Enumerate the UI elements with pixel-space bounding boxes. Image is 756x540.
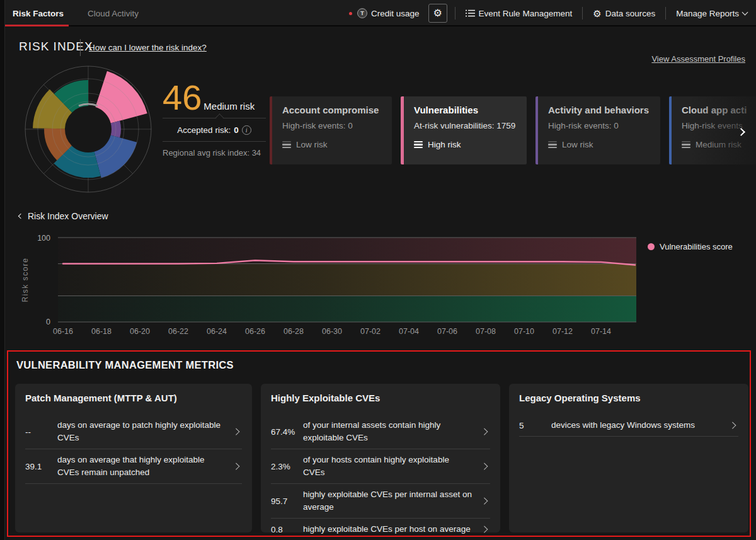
data-sources-button[interactable]: ⚙ Data sources (590, 9, 658, 18)
risk-score-line-chart: 010006-1606-1806-2006-2206-2406-2606-280… (0, 232, 756, 342)
gear-icon: ⚙ (593, 9, 601, 18)
risk-bars-icon (548, 141, 557, 149)
risk-index-overview-link[interactable]: Risk Index Overview (19, 211, 108, 221)
metric-value: 2.3% (271, 462, 303, 471)
topbar-separator (665, 7, 666, 20)
event-rule-label: Event Rule Management (479, 9, 573, 18)
metric-description: days on average that highly exploitable … (57, 454, 234, 479)
metric-row-mttp[interactable]: -- days on average to patch highly explo… (25, 415, 242, 449)
svg-text:06-26: 06-26 (245, 327, 265, 336)
svg-text:0: 0 (46, 318, 50, 326)
manage-reports-label: Manage Reports (676, 9, 739, 18)
credit-usage-label: Credit usage (371, 9, 420, 18)
metric-row-hosts-pct[interactable]: 2.3% of your hosts contain highly exploi… (271, 449, 490, 484)
chevron-down-icon (742, 9, 748, 16)
svg-text:07-06: 07-06 (437, 327, 457, 336)
risk-level-label: Medium risk (203, 101, 255, 112)
risk-gauge-chart (18, 62, 159, 197)
page-title: RISK INDEX (19, 40, 93, 54)
card-title: Patch Management (MTTP & AUT) (25, 393, 242, 403)
card-subtitle: High-risk events (682, 121, 756, 130)
card-title: Account compromise (282, 105, 382, 115)
metric-description: highly exploitable CVEs per host on aver… (303, 523, 482, 536)
chevron-right-icon (232, 428, 239, 435)
highly-exploitable-cves-card: Highly Exploitable CVEs 67.4% of your in… (261, 384, 500, 532)
notification-dot-icon (349, 12, 352, 15)
chevron-right-icon (481, 498, 488, 505)
card-account-compromise[interactable]: Account compromise High-risk events: 0 L… (270, 96, 392, 164)
topbar-actions: T Credit usage ⚙ Event Rule Management ⚙… (346, 0, 750, 26)
card-subtitle: High-risk events: 0 (282, 121, 382, 130)
risk-index-value: 46 (163, 79, 202, 116)
credit-usage-button[interactable]: T Credit usage (346, 8, 422, 18)
metric-description: of your internal assets contain highly e… (303, 419, 482, 444)
metric-value: 39.1 (25, 462, 57, 471)
svg-text:06-18: 06-18 (91, 327, 112, 336)
cards-scroll-right-button[interactable] (738, 126, 744, 137)
metric-value: 5 (519, 421, 551, 430)
patch-management-card: Patch Management (MTTP & AUT) -- days on… (15, 384, 252, 532)
legend-dot-icon (648, 243, 655, 250)
manage-reports-menu[interactable]: Manage Reports (673, 9, 750, 18)
metric-row-cves-per-asset[interactable]: 95.7 highly exploitable CVEs per interna… (271, 484, 490, 519)
chevron-left-icon (18, 214, 23, 219)
gear-icon: ⚙ (433, 8, 442, 18)
metric-description: days on average to patch highly exploita… (57, 419, 234, 444)
metric-row-assets-pct[interactable]: 67.4% of your internal assets contain hi… (271, 415, 490, 449)
accepted-risk-value: 0 (234, 125, 239, 135)
event-rule-management-button[interactable]: Event Rule Management (463, 9, 575, 18)
metric-row-legacy-devices[interactable]: 5 devices with legacy Windows systems (519, 415, 738, 437)
metric-row-aut[interactable]: 39.1 days on average that highly exploit… (25, 449, 242, 484)
vulnerability-management-metrics-section: VULNERABILITY MANAGEMENT METRICS Patch M… (7, 350, 751, 537)
card-title: Vulnerabilities (414, 105, 517, 115)
back-link-label: Risk Index Overview (28, 211, 108, 221)
card-vulnerabilities[interactable]: Vulnerabilities At-risk vulnerabilities:… (401, 96, 527, 164)
svg-text:06-22: 06-22 (168, 327, 188, 336)
svg-text:06-20: 06-20 (130, 327, 150, 336)
svg-text:07-04: 07-04 (399, 327, 419, 336)
tab-risk-factors[interactable]: Risk Factors (9, 0, 67, 26)
svg-text:100: 100 (37, 234, 50, 243)
chevron-right-icon (729, 422, 736, 429)
risk-score-block: 46 Medium risk Accepted risk: 0 i Region… (163, 79, 266, 158)
card-title: Cloud app acti (682, 105, 756, 115)
svg-text:07-12: 07-12 (553, 327, 573, 336)
info-icon[interactable]: i (242, 125, 251, 135)
data-sources-label: Data sources (605, 9, 656, 18)
risk-level: Low risk (296, 140, 328, 149)
card-subtitle: High-risk events: 0 (548, 121, 650, 130)
risk-bars-icon (682, 141, 690, 149)
svg-text:06-24: 06-24 (207, 327, 227, 336)
legacy-operating-systems-card: Legacy Operating Systems 5 devices with … (509, 384, 748, 532)
credit-settings-button[interactable]: ⚙ (428, 4, 447, 23)
topbar-separator (455, 7, 455, 20)
regional-avg-label: Regional avg risk index: 34 (163, 148, 266, 158)
view-assessment-profiles-link[interactable]: View Assessment Profiles (651, 54, 745, 64)
svg-text:07-10: 07-10 (514, 327, 534, 336)
card-subtitle: At-risk vulnerabilities: 1759 (414, 121, 517, 130)
topbar-separator (582, 7, 583, 20)
chevron-right-icon (232, 463, 239, 470)
list-icon (466, 9, 475, 17)
risk-factor-cards: Account compromise High-risk events: 0 L… (270, 96, 756, 164)
card-activity-behaviors[interactable]: Activity and behaviors High-risk events:… (536, 96, 660, 164)
metric-description: of your hosts contain highly exploitable… (303, 454, 482, 479)
metric-value: -- (25, 427, 57, 437)
top-tabs: Risk Factors Cloud Activity (9, 0, 142, 26)
lower-risk-index-link[interactable]: How can I lower the risk index? (89, 43, 207, 52)
top-navigation-bar: Risk Factors Cloud Activity T Credit usa… (0, 0, 756, 26)
risk-bars-icon (282, 141, 291, 149)
risk-level: High risk (428, 140, 461, 149)
metric-description: highly exploitable CVEs per internal ass… (303, 488, 482, 514)
header-divider (80, 39, 81, 56)
chevron-right-icon (481, 428, 488, 435)
section-title: VULNERABILITY MANAGEMENT METRICS (16, 359, 234, 371)
tab-cloud-activity[interactable]: Cloud Activity (84, 0, 142, 26)
card-title: Activity and behaviors (548, 105, 650, 115)
metric-row-cves-per-host[interactable]: 0.8 highly exploitable CVEs per host on … (271, 519, 490, 540)
accepted-risk-label: Accepted risk: (177, 125, 231, 135)
chart-legend-vulnerabilities-score[interactable]: Vulnerabilities score (648, 242, 733, 251)
svg-text:07-14: 07-14 (591, 327, 611, 336)
metric-description: devices with legacy Windows systems (551, 419, 730, 432)
chevron-right-icon (481, 526, 488, 533)
